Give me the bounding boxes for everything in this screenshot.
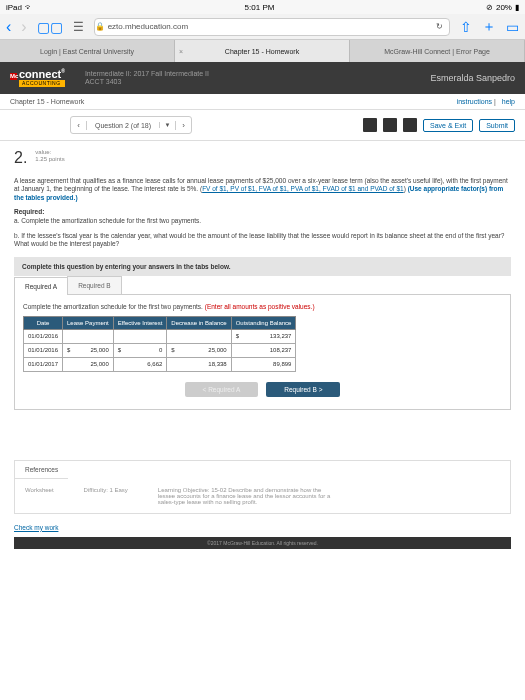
course-info: Intermediate II: 2017 Fall Intermediate … bbox=[85, 70, 209, 87]
submit-button[interactable]: Submit bbox=[479, 119, 515, 132]
close-icon[interactable]: × bbox=[179, 48, 183, 55]
menu-icon[interactable]: ☰ bbox=[73, 20, 84, 34]
question-text: A lease agreement that qualifies as a fi… bbox=[14, 177, 511, 202]
wifi-icon: ᯤ bbox=[25, 3, 33, 12]
url-text: ezto.mheducation.com bbox=[108, 22, 189, 31]
tab-message: Complete the amortization schedule for t… bbox=[23, 303, 502, 310]
battery-alert-icon: ⊘ bbox=[486, 3, 493, 12]
ref-difficulty: Difficulty: 1 Easy bbox=[84, 487, 128, 505]
instructions-link[interactable]: instructions bbox=[457, 98, 492, 105]
ipad-status-bar: iPad ᯤ 5:01 PM ⊘ 20% ▮ bbox=[0, 0, 525, 14]
next-req-button[interactable]: Required B > bbox=[266, 382, 340, 397]
tab-required-a[interactable]: Required A bbox=[14, 277, 68, 295]
bookmarks-icon[interactable]: ▢▢ bbox=[37, 19, 63, 35]
references-icon[interactable] bbox=[403, 118, 417, 132]
save-exit-button[interactable]: Save & Exit bbox=[423, 119, 473, 132]
print-icon[interactable] bbox=[383, 118, 397, 132]
browser-tabs: Login | East Central University ×Chapter… bbox=[0, 40, 525, 62]
tab-1[interactable]: ×Chapter 15 - Homework bbox=[175, 40, 350, 62]
question-number: 2. bbox=[14, 149, 27, 167]
student-name: Esmeralda Sanpedro bbox=[430, 73, 515, 83]
table-row: 01/01/2016 $25,000 $0 $25,000 108,237 bbox=[24, 343, 296, 357]
tab-2[interactable]: McGraw-Hill Connect | Error Page bbox=[350, 40, 525, 62]
check-my-work-link[interactable]: Check my work bbox=[14, 524, 58, 531]
battery-pct: 20% bbox=[496, 3, 512, 12]
factor-links[interactable]: FV of $1, PV of $1, FVA of $1, PVA of $1… bbox=[202, 185, 404, 192]
col-decrease: Decrease in Balance bbox=[167, 316, 231, 329]
req-a: a. Complete the amortization schedule fo… bbox=[14, 217, 511, 225]
footer: ©2017 McGraw-Hill Education. All rights … bbox=[14, 537, 511, 549]
help-link[interactable]: help bbox=[502, 98, 515, 105]
table-row: 01/01/2017 25,000 6,662 18,338 89,899 bbox=[24, 357, 296, 371]
question-content: 2. value: 1.25 points A lease agreement … bbox=[0, 141, 525, 563]
ref-worksheet[interactable]: Worksheet bbox=[25, 487, 54, 505]
reload-icon[interactable]: ↻ bbox=[436, 22, 449, 31]
col-interest: Effective Interest bbox=[113, 316, 167, 329]
connect-logo: Mcconnect® ACCOUNTING bbox=[10, 69, 65, 87]
ebook-icon[interactable] bbox=[363, 118, 377, 132]
new-tab-icon[interactable]: ＋ bbox=[482, 18, 496, 36]
prev-req-button: < Required A bbox=[185, 382, 259, 397]
lock-icon: 🔒 bbox=[95, 22, 105, 31]
tab-required-b[interactable]: Required B bbox=[67, 276, 122, 294]
required-label: Required: bbox=[14, 208, 511, 215]
question-indicator: Question 2 (of 18) bbox=[87, 122, 159, 129]
ref-lo: Learning Objective: 15-02 Describe and d… bbox=[158, 487, 338, 505]
tab-0[interactable]: Login | East Central University bbox=[0, 40, 175, 62]
references-tab[interactable]: References bbox=[15, 461, 68, 479]
references-box: References Worksheet Difficulty: 1 Easy … bbox=[14, 460, 511, 514]
clock: 5:01 PM bbox=[245, 3, 275, 12]
crumb-path: Chapter 15 - Homework bbox=[10, 98, 84, 105]
requirement-tabs: Required A Required B bbox=[14, 276, 511, 295]
share-icon[interactable]: ⇧ bbox=[460, 19, 472, 35]
connect-header: Mcconnect® ACCOUNTING Intermediate II: 2… bbox=[0, 62, 525, 94]
question-toolbar: ‹ Question 2 (of 18) ▼ › Save & Exit Sub… bbox=[0, 110, 525, 141]
tabs-icon[interactable]: ▭ bbox=[506, 19, 519, 35]
url-bar[interactable]: 🔒 ezto.mheducation.com ↻ bbox=[94, 18, 450, 36]
breadcrumb: Chapter 15 - Homework instructions | hel… bbox=[0, 94, 525, 110]
amortization-table: Date Lease Payment Effective Interest De… bbox=[23, 316, 296, 372]
question-nav: ‹ Question 2 (of 18) ▼ › bbox=[70, 116, 192, 134]
forward-button: › bbox=[21, 18, 26, 36]
table-row: 01/01/2016 $133,237 bbox=[24, 329, 296, 343]
req-b: b. If the lessee's fiscal year is the ca… bbox=[14, 232, 511, 249]
back-button[interactable]: ‹ bbox=[6, 18, 11, 36]
col-date: Date bbox=[24, 316, 63, 329]
next-question-button[interactable]: › bbox=[175, 121, 191, 130]
question-value: value: 1.25 points bbox=[35, 149, 64, 163]
col-payment: Lease Payment bbox=[63, 316, 114, 329]
tab-panel: Complete the amortization schedule for t… bbox=[14, 295, 511, 410]
question-dropdown[interactable]: ▼ bbox=[159, 122, 175, 128]
instruction-bar: Complete this question by entering your … bbox=[14, 257, 511, 276]
device-label: iPad bbox=[6, 3, 22, 12]
check-my-work: Check my work bbox=[14, 524, 511, 531]
prev-question-button[interactable]: ‹ bbox=[71, 121, 87, 130]
battery-icon: ▮ bbox=[515, 3, 519, 12]
safari-toolbar: ‹ › ▢▢ ☰ 🔒 ezto.mheducation.com ↻ ⇧ ＋ ▭ bbox=[0, 14, 525, 40]
col-balance: Outstanding Balance bbox=[231, 316, 296, 329]
